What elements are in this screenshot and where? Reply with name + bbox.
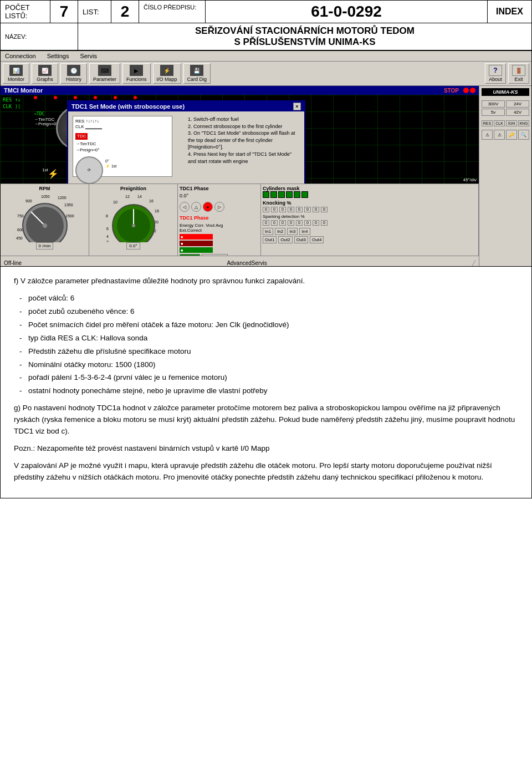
menu-bar: Connection Settings Servis bbox=[1, 51, 531, 62]
exit-label: Exit bbox=[514, 77, 523, 82]
step-4: 4. Press Next key for start of "TDC1 Set… bbox=[188, 151, 300, 165]
note-line: Pozn.: Nezapomeňte též provést nastavení… bbox=[14, 443, 518, 455]
kg-1: 0 bbox=[263, 207, 269, 212]
kg-6: 0 bbox=[304, 207, 311, 212]
title-line1: SEŘIZOVÁNÍ STACIONÁRNÍCH MOTORŮ TEDOM bbox=[83, 26, 527, 37]
btn-history[interactable]: 🕐 History bbox=[60, 63, 87, 84]
cislo-value: 61-0-0292 bbox=[311, 3, 382, 20]
out2-label: Out2 bbox=[278, 236, 292, 243]
list-item-3: Počet snímacích čidel pro měření otáček … bbox=[19, 319, 518, 331]
zero-angle: 0° bbox=[105, 159, 116, 164]
out4-label: Out4 bbox=[310, 236, 324, 243]
list-label: LIST: bbox=[83, 8, 99, 16]
list-item-7: pořadí pálení 1-5-3-6-2-4 (první válec j… bbox=[19, 372, 518, 384]
exit-icon: 🚪 bbox=[512, 65, 525, 76]
count-value-cell: 7 bbox=[50, 1, 78, 23]
corr-bar-1: ■ bbox=[180, 234, 213, 240]
svg-text:900: 900 bbox=[25, 199, 32, 203]
history-icon: 🕐 bbox=[67, 65, 80, 76]
svg-text:12: 12 bbox=[125, 195, 130, 198]
item-text-7: pořadí pálení 1-5-3-6-2-4 (první válec j… bbox=[28, 373, 227, 381]
marker-4 bbox=[94, 96, 97, 99]
in4-label: In4 bbox=[299, 228, 310, 235]
knocking-grid-1: 0 0 0 0 0 0 0 0 bbox=[263, 207, 329, 212]
indicator-dot-2 bbox=[470, 88, 475, 93]
tdc1-value-display: 0.0° bbox=[180, 193, 188, 198]
menu-servis[interactable]: Servis bbox=[78, 52, 99, 60]
bullet-list: počet válců: 6 počet zubů ozubeného věnc… bbox=[14, 293, 518, 397]
index-cell: INDEX bbox=[488, 1, 532, 23]
btn-funcions[interactable]: ▶ Funcions bbox=[122, 63, 151, 84]
list-item-1: počet válců: 6 bbox=[19, 293, 518, 304]
btn-monitor[interactable]: 📊 Monitor bbox=[3, 63, 29, 84]
in2-label: In2 bbox=[275, 228, 285, 235]
offline-status: Off-line bbox=[4, 260, 22, 266]
btn-about[interactable]: ? About bbox=[485, 63, 506, 84]
history-label: History bbox=[66, 77, 81, 82]
spark-icon-small: ⚡ 1st bbox=[105, 164, 116, 169]
toolbar: 📊 Monitor 📈 Graphs 🕐 History ⌨ Parameter… bbox=[1, 62, 531, 86]
knocking-title: Knocking % bbox=[263, 200, 291, 206]
cislo-label: ČÍSLO PŘEDPISU: bbox=[144, 4, 196, 11]
sg-4: 0 bbox=[288, 220, 294, 226]
marker-1 bbox=[34, 96, 37, 99]
tdc-box: TDC bbox=[75, 133, 170, 140]
marker-5 bbox=[114, 96, 117, 99]
preignition-gauge-svg: 8 10 12 14 16 6 18 4 20 2 22 0 2 bbox=[103, 192, 164, 242]
svg-text:1200: 1200 bbox=[58, 196, 66, 200]
kng-indicator: KNG bbox=[518, 120, 529, 126]
warn-icon-2: ⚠ bbox=[494, 130, 505, 140]
header-table: POČET LISTŮ: 7 LIST: 2 ČÍSLO PŘEDPISU: 6… bbox=[0, 0, 532, 50]
menu-connection[interactable]: Connection bbox=[3, 52, 38, 60]
volt-300v: 300V bbox=[482, 100, 505, 108]
svg-text:8: 8 bbox=[106, 214, 108, 218]
svg-text:1350: 1350 bbox=[64, 203, 73, 207]
in3-label: In3 bbox=[287, 228, 298, 235]
marker-3 bbox=[74, 96, 77, 99]
btn-io[interactable]: ⚡ I/O Mapp bbox=[153, 63, 181, 84]
svg-text:4: 4 bbox=[106, 235, 109, 238]
monitor-icon: 📊 bbox=[9, 65, 23, 76]
app-title: TMCI Monitor bbox=[4, 87, 43, 94]
kg-5: 0 bbox=[296, 207, 303, 212]
io-label: I/O Mapp bbox=[157, 77, 177, 82]
btn-graphs[interactable]: 📈 Graphs bbox=[32, 63, 58, 84]
btn-parameter[interactable]: ⌨ Parameter bbox=[89, 63, 120, 84]
carddig-label: Card Dig bbox=[187, 77, 207, 82]
dialog-title-text: TDC1 Set Mode (with stroboscope use) bbox=[71, 103, 185, 110]
tdc-btn-3[interactable]: ● bbox=[203, 202, 213, 212]
cyl-5 bbox=[294, 191, 300, 198]
tdc-btn-1[interactable]: ◁ bbox=[180, 202, 190, 212]
sparking-det-label: Sparking detection % bbox=[263, 214, 305, 219]
svg-text:1500: 1500 bbox=[65, 214, 74, 218]
tdc1-val: 0.0° bbox=[180, 193, 188, 198]
btn-exit[interactable]: 🚪 Exit bbox=[508, 63, 529, 84]
item-text-3: Počet snímacích čidel pro měření otáček … bbox=[28, 320, 289, 329]
tdc-btn-2[interactable]: △ bbox=[191, 202, 201, 212]
list-item-4: typ čidla RES a CLK: Hallova sonda bbox=[19, 333, 518, 344]
warn-icon-1: ⚠ bbox=[482, 130, 493, 140]
tdc-btn-4[interactable]: ▷ bbox=[214, 202, 224, 212]
stop-button[interactable]: STOP bbox=[444, 88, 459, 94]
menu-settings[interactable]: Settings bbox=[45, 52, 71, 60]
dialog-close-button[interactable]: × bbox=[293, 103, 301, 110]
btn-carddig[interactable]: 💾 Card Dig bbox=[183, 63, 211, 84]
tdc-dialog: TDC1 Set Mode (with stroboscope use) × R… bbox=[67, 100, 305, 184]
preignition-title: Preignition bbox=[120, 186, 146, 191]
svg-text:6: 6 bbox=[106, 227, 109, 231]
step-3: 3. On "TDC1 Set Mode" stroboscope will f… bbox=[188, 130, 300, 151]
ign-indicator: IGN bbox=[506, 120, 517, 126]
unima-text: UNIMA-KS bbox=[493, 89, 518, 95]
svg-point-12 bbox=[43, 223, 47, 228]
label-list: LIST: bbox=[78, 1, 111, 23]
cylinder-color-row bbox=[263, 191, 308, 198]
cislo-value-cell: 61-0-0292 bbox=[206, 1, 488, 23]
io-labels-row: In1 In2 In3 In4 bbox=[263, 228, 310, 235]
warning-icons-row: ⚠ ⚠ 🔑 🔍 bbox=[482, 130, 529, 140]
clk-line: CLK ▁▁▁▁▁ bbox=[75, 124, 170, 130]
corr-bar-2: ■ bbox=[180, 241, 213, 246]
title-cell: SEŘIZOVÁNÍ STACIONÁRNÍCH MOTORŮ TEDOM S … bbox=[78, 23, 532, 50]
corr-bar-3: ■ bbox=[180, 247, 213, 253]
cylinders-mask-label: Cylinders mask bbox=[263, 186, 300, 191]
svg-text:300: 300 bbox=[16, 242, 23, 242]
